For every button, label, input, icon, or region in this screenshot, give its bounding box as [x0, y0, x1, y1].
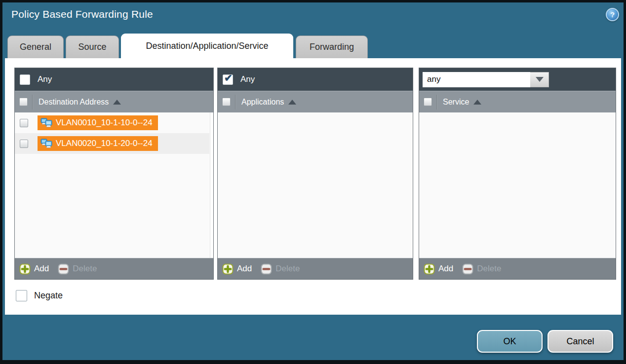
- destination-any-checkbox[interactable]: [20, 74, 30, 85]
- help-glyph: ?: [610, 10, 615, 19]
- delete-label: Delete: [73, 264, 97, 274]
- add-label: Add: [438, 264, 453, 274]
- sort-ascending-icon: [473, 100, 481, 105]
- table-row: VLAN0010_10-1-10-0--24: [15, 112, 209, 133]
- pbf-rule-dialog: Policy Based Forwarding Rule ? General S…: [0, 0, 626, 364]
- sort-ascending-icon: [288, 100, 296, 105]
- negate-row: Negate: [16, 290, 63, 301]
- destination-column-header[interactable]: Destination Address: [15, 91, 213, 112]
- destination-footer: Add Delete: [15, 258, 213, 279]
- chevron-down-icon: [536, 77, 544, 82]
- applications-selectall-checkbox[interactable]: [222, 98, 231, 106]
- minus-icon: [261, 263, 272, 275]
- applications-any-label: Any: [240, 74, 255, 84]
- tab-source[interactable]: Source: [66, 36, 119, 58]
- address-object-label: VLAN0010_10-1-10-0--24: [56, 118, 153, 128]
- delete-label: Delete: [275, 264, 300, 274]
- address-object-chip[interactable]: VLAN0020_10-1-20-0--24: [38, 136, 158, 151]
- service-footer: Add Delete: [419, 258, 616, 279]
- applications-column-label: Applications: [241, 98, 284, 107]
- row-checkbox[interactable]: [20, 119, 28, 127]
- applications-panel: ✔ Any Applications Add: [217, 68, 413, 280]
- cancel-button[interactable]: Cancel: [548, 330, 613, 353]
- help-icon[interactable]: ?: [606, 8, 619, 21]
- network-computers-icon: [40, 139, 52, 148]
- destination-selectall-checkbox[interactable]: [19, 98, 28, 106]
- tab-source-label: Source: [78, 42, 106, 52]
- cancel-button-label: Cancel: [566, 336, 594, 347]
- checkmark-icon: ✔: [224, 73, 233, 83]
- add-button[interactable]: Add: [222, 263, 252, 275]
- service-type-row: [419, 68, 616, 91]
- applications-column-header[interactable]: Applications: [218, 91, 413, 112]
- tab-destination-label: Destination/Application/Service: [146, 41, 268, 51]
- destination-any-label: Any: [38, 74, 52, 84]
- destination-address-panel: Any Destination Address: [14, 68, 214, 280]
- service-column-header[interactable]: Service: [419, 91, 616, 112]
- delete-label: Delete: [477, 264, 501, 274]
- plus-icon: [222, 263, 234, 275]
- sort-ascending-icon: [113, 100, 121, 105]
- tab-forwarding-label: Forwarding: [310, 42, 354, 52]
- address-object-label: VLAN0020_10-1-20-0--24: [56, 139, 153, 148]
- destination-column-label: Destination Address: [39, 98, 109, 107]
- destination-any-row: Any: [15, 68, 213, 91]
- applications-any-row: ✔ Any: [218, 68, 413, 91]
- service-list: [419, 112, 616, 258]
- add-button[interactable]: Add: [424, 263, 453, 275]
- minus-icon: [58, 263, 69, 275]
- network-computers-icon: [40, 118, 52, 128]
- ok-button-label: OK: [503, 336, 516, 347]
- delete-button[interactable]: Delete: [58, 263, 97, 275]
- service-panel: Service Add Delete: [419, 68, 616, 280]
- tab-forwarding[interactable]: Forwarding: [296, 36, 368, 58]
- minus-icon: [462, 263, 473, 275]
- scrollbar-track[interactable]: [210, 112, 213, 258]
- tab-content: Any Destination Address: [5, 58, 621, 315]
- tab-general[interactable]: General: [7, 36, 64, 58]
- address-object-chip[interactable]: VLAN0010_10-1-10-0--24: [38, 115, 158, 130]
- destination-list: VLAN0010_10-1-10-0--24: [15, 112, 213, 258]
- applications-list: [218, 112, 413, 258]
- negate-label: Negate: [34, 291, 63, 301]
- delete-button[interactable]: Delete: [261, 263, 300, 275]
- service-selectall-checkbox[interactable]: [424, 98, 432, 106]
- column-separator: [235, 95, 235, 109]
- table-row: VLAN0020_10-1-20-0--24: [15, 133, 209, 154]
- service-column-label: Service: [443, 98, 469, 107]
- column-separator: [32, 95, 33, 109]
- service-dropdown-button[interactable]: [530, 72, 549, 87]
- plus-icon: [424, 263, 435, 275]
- delete-button[interactable]: Delete: [462, 263, 501, 275]
- negate-checkbox[interactable]: [16, 290, 27, 301]
- add-label: Add: [34, 264, 49, 274]
- tab-general-label: General: [20, 42, 51, 52]
- tab-destination-application-service[interactable]: Destination/Application/Service: [121, 34, 293, 58]
- add-button[interactable]: Add: [19, 263, 49, 275]
- applications-footer: Add Delete: [218, 258, 413, 279]
- add-label: Add: [237, 264, 252, 274]
- column-separator: [436, 95, 437, 109]
- service-type-input[interactable]: [423, 72, 530, 87]
- dialog-title: Policy Based Forwarding Rule: [11, 8, 153, 20]
- ok-button[interactable]: OK: [477, 330, 543, 353]
- plus-icon: [19, 263, 31, 275]
- row-checkbox[interactable]: [20, 140, 28, 148]
- applications-any-checkbox[interactable]: ✔: [223, 74, 233, 85]
